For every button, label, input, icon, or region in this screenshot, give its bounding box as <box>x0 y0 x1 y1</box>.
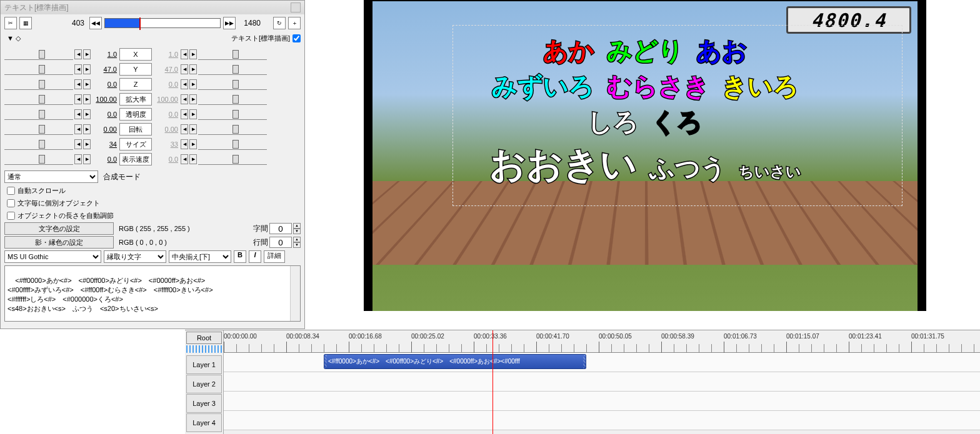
spin-left-icon[interactable]: ◀ <box>74 154 82 164</box>
line-spacing-down[interactable]: ▼ <box>293 242 301 248</box>
param-slider-left[interactable] <box>4 154 73 165</box>
param-slider-left[interactable] <box>4 124 73 135</box>
line-spacing-up[interactable]: ▲ <box>293 237 301 242</box>
panel-title-bar[interactable]: テキスト[標準描画] <box>1 1 304 14</box>
text-content-area[interactable]: <#ff0000>あか<#> <#00ff00>みどり<#> <#0000ff>… <box>4 265 301 322</box>
param-slider-right[interactable] <box>198 154 267 165</box>
layer-label[interactable]: Layer 2 <box>186 375 222 393</box>
param-slider-left[interactable] <box>4 109 73 120</box>
spin-right-icon[interactable]: ▶ <box>83 64 91 74</box>
track-row[interactable]: <#ff0000>あか<#> <#00ff00>みどり<#> <#0000ff>… <box>224 353 980 372</box>
param-label-button[interactable]: 拡大率 <box>119 93 152 106</box>
param-label-button[interactable]: 透明度 <box>119 108 152 121</box>
align-select[interactable]: 中央揃え[下] <box>169 250 231 263</box>
bold-button[interactable]: B <box>234 250 246 263</box>
param-slider-right[interactable] <box>198 79 267 90</box>
object-enabled-checkbox[interactable] <box>292 34 301 42</box>
char-spacing-input[interactable] <box>269 223 292 234</box>
param-value-left[interactable]: 0.0 <box>92 111 118 118</box>
spin-right-icon[interactable]: ▶ <box>83 124 91 134</box>
param-slider-right[interactable] <box>198 94 267 105</box>
spin-right-icon[interactable]: ▶ <box>83 94 91 104</box>
step-forward-icon[interactable]: ▶▶ <box>223 17 236 29</box>
param-slider-left[interactable] <box>4 64 73 75</box>
layer-label[interactable]: Layer 3 <box>186 394 222 413</box>
param-label-button[interactable]: X <box>119 48 152 61</box>
spin-left-icon[interactable]: ◀ <box>181 124 188 134</box>
spin-right-icon[interactable]: ▶ <box>83 79 91 89</box>
param-value-left[interactable]: 0.00 <box>92 126 118 133</box>
spin-left-icon[interactable]: ◀ <box>181 64 188 74</box>
param-slider-left[interactable] <box>4 94 73 105</box>
time-ruler[interactable]: 00:00:00.0000:00:08.3400:00:16.6800:00:2… <box>224 330 980 353</box>
spin-left-icon[interactable]: ◀ <box>74 79 82 89</box>
param-slider-right[interactable] <box>198 109 267 120</box>
text-color-button[interactable]: 文字色の設定 <box>4 222 114 235</box>
auto-scroll-checkbox[interactable] <box>7 187 15 195</box>
spin-left-icon[interactable]: ◀ <box>74 109 82 119</box>
spin-left-icon[interactable]: ◀ <box>181 139 188 149</box>
param-value-right[interactable]: 1.0 <box>153 51 179 58</box>
spin-left-icon[interactable]: ◀ <box>74 94 82 104</box>
char-spacing-down[interactable]: ▼ <box>293 229 301 234</box>
param-label-button[interactable]: Z <box>119 78 152 91</box>
track-row[interactable] <box>224 392 980 411</box>
char-spacing-up[interactable]: ▲ <box>293 223 301 229</box>
scale-strip[interactable] <box>186 345 222 353</box>
scrollbar[interactable] <box>290 266 300 321</box>
param-slider-right[interactable] <box>198 139 267 150</box>
spin-right-icon[interactable]: ▶ <box>189 79 197 89</box>
italic-button[interactable]: I <box>249 250 261 263</box>
timeline-clip[interactable]: <#ff0000>あか<#> <#00ff00>みどり<#> <#0000ff>… <box>324 354 586 369</box>
per-char-checkbox[interactable] <box>7 199 15 207</box>
spin-left-icon[interactable]: ◀ <box>181 49 188 59</box>
spin-right-icon[interactable]: ▶ <box>83 49 91 59</box>
layer-label[interactable]: Layer 4 <box>186 413 222 432</box>
param-value-left[interactable]: 0.0 <box>92 81 118 88</box>
spin-right-icon[interactable]: ▶ <box>83 139 91 149</box>
spin-left-icon[interactable]: ◀ <box>74 49 82 59</box>
param-value-left[interactable]: 0.0 <box>92 155 118 163</box>
shadow-color-button[interactable]: 影・縁色の設定 <box>4 236 114 249</box>
spin-right-icon[interactable]: ▶ <box>189 64 197 74</box>
param-slider-right[interactable] <box>198 49 267 60</box>
param-value-right[interactable]: 47.0 <box>153 66 179 73</box>
track-row[interactable] <box>224 411 980 430</box>
spin-right-icon[interactable]: ▶ <box>189 124 197 134</box>
param-value-right[interactable]: 0.0 <box>153 81 179 88</box>
param-label-button[interactable]: 表示速度 <box>119 153 152 165</box>
triangle-down-icon[interactable]: ▼ ◇ <box>7 34 21 42</box>
param-slider-left[interactable] <box>4 49 73 60</box>
spin-right-icon[interactable]: ▶ <box>189 109 197 119</box>
step-back-icon[interactable]: ◀◀ <box>89 17 102 29</box>
spin-left-icon[interactable]: ◀ <box>74 64 82 74</box>
param-value-left[interactable]: 100.00 <box>92 96 118 103</box>
playhead[interactable] <box>492 330 493 434</box>
param-slider-left[interactable] <box>4 139 73 150</box>
spin-right-icon[interactable]: ▶ <box>189 49 197 59</box>
param-value-right[interactable]: 100.00 <box>153 96 179 103</box>
root-button[interactable]: Root <box>186 332 222 344</box>
spin-left-icon[interactable]: ◀ <box>181 94 188 104</box>
detail-button[interactable]: 詳細 <box>264 250 285 263</box>
param-label-button[interactable]: Y <box>119 63 152 76</box>
auto-length-checkbox[interactable] <box>7 212 15 220</box>
grid-icon[interactable]: ▦ <box>19 17 32 29</box>
param-value-right[interactable]: 0.0 <box>153 155 179 163</box>
param-value-left[interactable]: 34 <box>92 141 118 148</box>
spin-left-icon[interactable]: ◀ <box>181 79 188 89</box>
param-label-button[interactable]: サイズ <box>119 138 152 150</box>
param-slider-left[interactable] <box>4 79 73 90</box>
param-value-right[interactable]: 0.00 <box>153 126 179 133</box>
outline-select[interactable]: 縁取り文字 <box>104 250 166 263</box>
spin-left-icon[interactable]: ◀ <box>74 139 82 149</box>
spin-right-icon[interactable]: ▶ <box>83 154 91 164</box>
spin-right-icon[interactable]: ▶ <box>83 109 91 119</box>
spin-left-icon[interactable]: ◀ <box>74 124 82 134</box>
param-value-left[interactable]: 1.0 <box>92 51 118 58</box>
spin-right-icon[interactable]: ▶ <box>189 139 197 149</box>
preview-canvas[interactable]: 4800.4 あかみどりあおみずいろむらさききいろしろくろおおきいふつうちいさい <box>372 1 918 311</box>
spin-left-icon[interactable]: ◀ <box>181 109 188 119</box>
param-slider-right[interactable] <box>198 64 267 75</box>
spin-right-icon[interactable]: ▶ <box>189 94 197 104</box>
